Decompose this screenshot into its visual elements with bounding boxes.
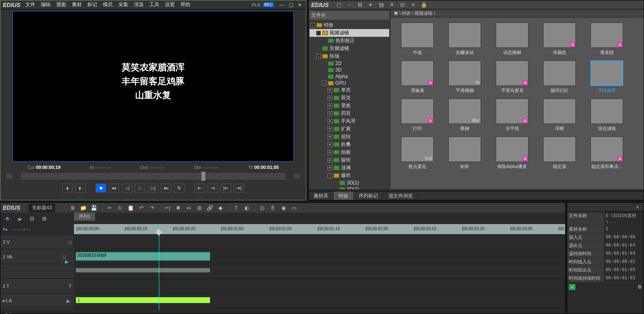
view-icon[interactable]: ▤ bbox=[377, 1, 386, 9]
settings-icon[interactable]: ⚙ bbox=[637, 284, 642, 290]
tool-undo[interactable]: ↶ bbox=[137, 204, 146, 212]
expand-icon[interactable]: + bbox=[328, 96, 332, 101]
effects-tree[interactable]: 文件夹 -特效-视频滤镜色彩校正音频滤镜-转场2D3DAlpha-GPU+单页+… bbox=[309, 9, 390, 189]
menu-渲染[interactable]: 渲染 bbox=[134, 2, 144, 7]
mark-out-button[interactable]: ⏵ bbox=[75, 184, 86, 193]
expand-icon[interactable]: + bbox=[328, 111, 332, 116]
tree-node-音频滤镜[interactable]: 音频滤镜 bbox=[310, 45, 389, 52]
tree-node-2D[interactable]: 2D bbox=[310, 60, 389, 67]
effect-块颜色[interactable]: S块颜色 bbox=[537, 22, 582, 56]
sort-icon[interactable]: ▾ bbox=[366, 1, 375, 9]
expand-icon[interactable]: + bbox=[328, 135, 332, 139]
track-▸2 A[interactable]: ▸2 A🔈 bbox=[0, 308, 74, 314]
tree-node-转场[interactable]: -转场 bbox=[310, 52, 389, 60]
expand-icon[interactable]: + bbox=[328, 127, 332, 132]
set-in-button[interactable]: ⇤ bbox=[194, 184, 205, 193]
rewind-button[interactable]: ⏮ bbox=[109, 184, 119, 193]
mark-in-button[interactable]: ⏴ bbox=[62, 184, 73, 193]
folder-icon[interactable]: ▢ bbox=[334, 1, 343, 9]
effect-打印[interactable]: S打印 bbox=[395, 99, 439, 132]
tool-monitor[interactable]: ▭ bbox=[290, 204, 299, 212]
tool-group[interactable]: ⊞ bbox=[195, 204, 204, 212]
sequence-tab[interactable]: 序列1 bbox=[74, 213, 95, 221]
menu-设置[interactable]: 设置 bbox=[165, 2, 175, 7]
tool-snap[interactable]: ⊡ bbox=[258, 204, 267, 212]
tree-node-色彩校正[interactable]: 色彩校正 bbox=[310, 37, 389, 45]
tab-序列标记[interactable]: 序列标记 bbox=[354, 191, 383, 200]
tool-paste[interactable]: 📋 bbox=[126, 204, 135, 212]
menu-文件[interactable]: 文件 bbox=[25, 2, 35, 7]
tree-node-旋转[interactable]: +旋转 bbox=[310, 156, 389, 164]
effect-混合滤镜[interactable]: 混合滤镜 bbox=[585, 99, 629, 132]
tool-new[interactable]: 🗎 bbox=[68, 204, 77, 212]
tool-link[interactable]: 🔗 bbox=[205, 204, 214, 212]
audio-clip[interactable]: 1 bbox=[76, 297, 210, 303]
goto-in-button[interactable]: |⇤ bbox=[221, 184, 231, 193]
grid-icon[interactable]: ⊟ bbox=[398, 1, 407, 9]
effect-浮雕[interactable]: 浮雕 bbox=[537, 99, 582, 132]
effect-手绘遮罩[interactable]: 手绘遮罩 bbox=[585, 61, 629, 94]
timeline-content[interactable]: |00:00:00;00|00:00:00;10|00:00:00;20|00:… bbox=[74, 224, 565, 310]
mode-d[interactable]: ⊞ bbox=[40, 214, 49, 222]
close-icon[interactable]: × bbox=[634, 204, 641, 210]
tree-node-特效[interactable]: -特效 bbox=[310, 21, 389, 29]
tree-icon[interactable]: ⊞ bbox=[356, 1, 365, 9]
shuttle-slider[interactable] bbox=[20, 172, 286, 180]
audio-waveform[interactable] bbox=[76, 268, 210, 273]
tree-node-单页[interactable]: +单页 bbox=[310, 86, 389, 94]
mode-b[interactable]: ⬙ bbox=[15, 214, 24, 222]
tree-node-GPU[interactable]: -GPU bbox=[310, 80, 389, 86]
tab-特效[interactable]: 特效 bbox=[334, 191, 354, 200]
track-2 V[interactable]: 2 V□ bbox=[0, 235, 74, 249]
tool-copy[interactable]: ⎘ bbox=[116, 204, 125, 212]
mode-a[interactable]: ⬘ bbox=[3, 214, 12, 222]
effect-光栅滚动[interactable]: 光栅滚动 bbox=[443, 22, 487, 56]
tool-delete[interactable]: ✖ bbox=[174, 204, 183, 212]
effect-循环幻灯[interactable]: 循环幻灯 bbox=[537, 61, 582, 94]
play-button[interactable]: ▷ bbox=[135, 184, 145, 193]
track-[interactable] bbox=[0, 264, 74, 279]
tree-node-扭转[interactable]: +扭转 bbox=[310, 133, 389, 141]
list-icon[interactable]: ≡ bbox=[409, 1, 418, 9]
expand-icon[interactable]: - bbox=[328, 173, 332, 178]
step-fwd-button[interactable]: ▷| bbox=[148, 184, 158, 193]
expand-icon[interactable]: + bbox=[328, 119, 332, 124]
expand-icon[interactable]: + bbox=[328, 166, 332, 170]
loop-button[interactable]: ↻ bbox=[174, 184, 185, 193]
tool-open[interactable]: 📁 bbox=[79, 204, 88, 212]
effect-稳定器和果冻...[interactable]: S稳定器和果冻... bbox=[585, 137, 629, 170]
tool-mixer[interactable]: 🎚 bbox=[268, 204, 277, 212]
expand-icon[interactable]: - bbox=[310, 23, 315, 28]
tree-node-涟漪[interactable]: +涟漪 bbox=[310, 164, 389, 172]
rec-badge[interactable]: REC bbox=[263, 2, 274, 7]
menu-素材[interactable]: 素材 bbox=[72, 2, 82, 7]
effect-动态模糊[interactable]: 动态模糊 bbox=[490, 22, 534, 56]
tool-redo[interactable]: ↷ bbox=[147, 204, 156, 212]
expand-icon[interactable]: - bbox=[316, 31, 321, 36]
menu-模式[interactable]: 模式 bbox=[103, 2, 113, 7]
effect-宽银幕[interactable]: S宽银幕 bbox=[395, 61, 439, 94]
effect-垂直线[interactable]: S垂直线 bbox=[585, 22, 629, 56]
tab-素材库[interactable]: 素材库 bbox=[309, 191, 334, 200]
track-1 T[interactable]: 1 TT bbox=[0, 279, 74, 294]
tree-node-变换[interactable]: +变换 bbox=[310, 102, 389, 110]
video-clip[interactable]: 20160623-0009 bbox=[76, 252, 210, 261]
menu-采集[interactable]: 采集 bbox=[118, 2, 128, 7]
effect-焦点柔化[interactable]: Soft焦点柔化 bbox=[395, 137, 439, 170]
expand-icon[interactable]: - bbox=[316, 54, 321, 59]
tree-node-3D[interactable]: 3D bbox=[310, 67, 389, 73]
effect-水平线[interactable]: S水平线 bbox=[490, 99, 534, 132]
tool-ripple[interactable]: ⇔ bbox=[184, 204, 193, 212]
effect-平滑马赛克[interactable]: S平滑马赛克 bbox=[490, 61, 534, 94]
tree-node-3D(2)[interactable]: 3D(2) bbox=[310, 186, 389, 189]
effect-中值[interactable]: 中值 bbox=[395, 22, 439, 56]
tool-title[interactable]: T bbox=[232, 204, 241, 212]
set-out-button[interactable]: ⇥ bbox=[207, 184, 218, 193]
effect-矩阵[interactable]: 矩阵 bbox=[443, 137, 487, 170]
tree-node-视频滤镜[interactable]: -视频滤镜 bbox=[310, 29, 389, 37]
effect-移除Alpha通道[interactable]: S移除Alpha通道 bbox=[490, 137, 534, 170]
effect-平滑模糊[interactable]: Hi平滑模糊 bbox=[443, 61, 487, 94]
timeline-ruler[interactable]: |00:00:00;00|00:00:00;10|00:00:00;20|00:… bbox=[74, 224, 565, 235]
stop-button[interactable]: ■ bbox=[96, 184, 106, 193]
menu-编辑[interactable]: 编辑 bbox=[41, 2, 51, 7]
